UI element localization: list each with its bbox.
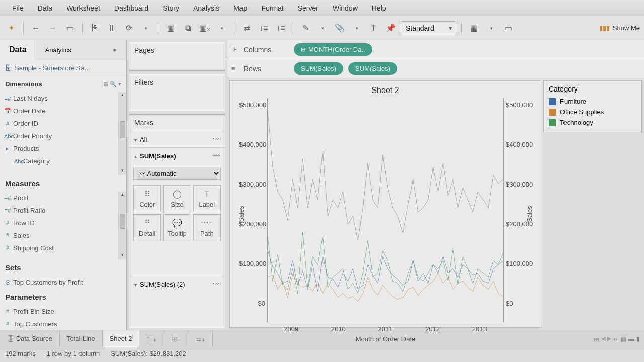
rows-pill-sales-2[interactable]: SUM(Sales) [348, 62, 397, 75]
prev-icon[interactable]: ◀ [601, 335, 605, 342]
highlight-icon[interactable]: ✎ [298, 21, 312, 35]
marks-sum-sales-1[interactable]: ▴SUM(Sales) 〰 [129, 147, 225, 164]
new-datasource-icon[interactable]: 🗄 [88, 21, 102, 35]
dropdown4-icon[interactable]: ▾ [350, 21, 364, 35]
menu-format[interactable]: Format [254, 4, 290, 12]
series-furniture[interactable] [268, 250, 503, 291]
menu-file[interactable]: File [5, 4, 31, 12]
legend-card[interactable]: Category FurnitureOffice SuppliesTechnol… [543, 80, 642, 132]
field-shipping-cost[interactable]: #Shipping Cost [0, 242, 126, 254]
field-profit-ratio[interactable]: =#Profit Ratio [0, 204, 126, 217]
marks-all[interactable]: ▾All 〰 [129, 131, 225, 147]
sort-asc-icon[interactable]: ↓≡ [257, 21, 271, 35]
marks-path[interactable]: 〰Path [193, 214, 221, 241]
field-profit-bin-size[interactable]: #Profit Bin Size [0, 305, 126, 318]
dimensions-scrollbar[interactable]: ▴ ▾ [118, 92, 126, 175]
menu-map[interactable]: Map [226, 4, 254, 12]
sheet-2[interactable]: Sheet 2 [103, 330, 140, 347]
marks-color[interactable]: ⠿Color [133, 185, 161, 212]
sort-desc-icon[interactable]: ↑≡ [274, 21, 288, 35]
menu-worksheet[interactable]: Worksheet [59, 4, 107, 12]
field-top-customers[interactable]: #Top Customers [0, 318, 126, 330]
legend-furniture[interactable]: Furniture [549, 96, 636, 107]
find-icon[interactable]: ▦ 🔍 ▾ [103, 81, 121, 87]
sort-tabs-icon[interactable]: ▮ [636, 335, 640, 342]
tab-analytics[interactable]: Analytics≑ [36, 40, 126, 60]
field-category[interactable]: AbcCategory [0, 155, 126, 167]
mark-type-select[interactable]: 〰 Automatic [133, 167, 221, 180]
series-office-supplies[interactable] [268, 273, 503, 302]
field-top-customers-by-profit[interactable]: ⦿Top Customers by Profit [0, 276, 126, 289]
tooltip-icon: 💬 [172, 218, 182, 228]
new-dashboard-tab[interactable]: ⊞₊ [164, 330, 188, 347]
legend-office-supplies[interactable]: Office Supplies [549, 107, 636, 117]
menu-window[interactable]: Window [326, 4, 365, 12]
grid-view-icon[interactable]: ▦ [621, 335, 626, 342]
show-me-button[interactable]: ▮▮▮ Show Me [599, 24, 640, 32]
series-total[interactable] [268, 110, 503, 240]
data-source[interactable]: 🗄 Sample - Superstore Sa... [0, 60, 126, 76]
field-order-date[interactable]: 📅Order Date [0, 105, 126, 117]
columns-shelf[interactable]: ⊪ Columns ⊞MONTH(Order Da.. [227, 40, 644, 59]
dropdown5-icon[interactable]: ▾ [484, 21, 498, 35]
dropdown2-icon[interactable]: ▾ [215, 21, 229, 35]
sheet-total-line[interactable]: Total Line [60, 330, 103, 347]
dropdown3-icon[interactable]: ▾ [315, 21, 330, 35]
field-products[interactable]: ▾▸Products [0, 142, 126, 155]
marks-detail[interactable]: ⠛Detail [133, 214, 161, 241]
field-sales[interactable]: #Sales [0, 229, 126, 242]
color-icon: ⠿ [144, 189, 150, 199]
marks-size[interactable]: ◯Size [163, 185, 191, 212]
new-worksheet-icon[interactable]: ▥ [164, 21, 178, 35]
plot-area[interactable]: 20092010201120122013 Month of Order Date [267, 98, 504, 322]
rows-shelf[interactable]: ≡ Rows SUM(Sales) SUM(Sales) [227, 59, 644, 78]
menu-story[interactable]: Story [155, 4, 186, 12]
chart-viewport[interactable]: Sheet 2 Sales $500,000$400,000$300,000$2… [229, 80, 541, 328]
measures-scrollbar[interactable]: ▴ ▾ [118, 192, 126, 259]
back-icon[interactable]: ← [29, 21, 43, 35]
marks-tooltip[interactable]: 💬Tooltip [163, 214, 191, 241]
refresh-icon[interactable]: ⟳ [122, 21, 136, 35]
sheet-title[interactable]: Sheet 2 [237, 86, 534, 95]
group-icon[interactable]: 📎 [333, 21, 347, 35]
menu-data[interactable]: Data [31, 4, 60, 12]
last-icon[interactable]: ⏭ [613, 336, 619, 342]
pages-shelf[interactable]: Pages [129, 42, 225, 71]
cards-icon[interactable]: ▦ [467, 21, 481, 35]
marks-sum-sales-2[interactable]: ▾SUM(Sales) (2) 〰 [129, 276, 225, 292]
status-marks: 192 marks [5, 350, 36, 357]
menu-help[interactable]: Help [365, 4, 393, 12]
clear-icon[interactable]: ▥ₓ [198, 21, 212, 35]
pause-updates-icon[interactable]: ⏸ [105, 21, 119, 35]
field-row-id[interactable]: #Row ID [0, 217, 126, 229]
new-worksheet-tab[interactable]: ▥₊ [139, 330, 164, 347]
dropdown-icon[interactable]: ▾ [139, 21, 153, 35]
field-last-n-days[interactable]: =#Last N days [0, 92, 126, 105]
columns-pill-month[interactable]: ⊞MONTH(Order Da.. [294, 43, 372, 56]
save-icon[interactable]: ▭ [63, 21, 77, 35]
field-order-priority[interactable]: AbcOrder Priority [0, 130, 126, 142]
rows-pill-sales-1[interactable]: SUM(Sales) [294, 62, 343, 75]
next-icon[interactable]: ▶ [607, 335, 611, 342]
fit-select[interactable]: Standard [401, 21, 456, 35]
field-order-id[interactable]: #Order ID [0, 117, 126, 130]
first-icon[interactable]: ⏮ [594, 336, 599, 342]
duplicate-icon[interactable]: ⧉ [181, 21, 195, 35]
text-icon[interactable]: T [367, 21, 381, 35]
filmstrip-icon[interactable]: ▬ [628, 335, 634, 342]
field-profit[interactable]: =#Profit [0, 192, 126, 204]
marks-label[interactable]: TLabel [193, 185, 221, 212]
label-icon: T [204, 190, 209, 199]
legend-technology[interactable]: Technology [549, 117, 636, 128]
menu-dashboard[interactable]: Dashboard [107, 4, 156, 12]
menu-analysis[interactable]: Analysis [186, 4, 226, 12]
data-source-tab[interactable]: 🗄 Data Source [0, 330, 60, 347]
new-story-tab[interactable]: ▭₊ [188, 330, 213, 347]
forward-icon[interactable]: → [46, 21, 60, 35]
tab-data[interactable]: Data [0, 40, 36, 60]
swap-icon[interactable]: ⇄ [239, 21, 254, 35]
presentation-icon[interactable]: ▭ [501, 21, 515, 35]
pin-icon[interactable]: 📌 [384, 21, 398, 35]
filters-shelf[interactable]: Filters [129, 74, 225, 111]
menu-server[interactable]: Server [291, 4, 326, 12]
